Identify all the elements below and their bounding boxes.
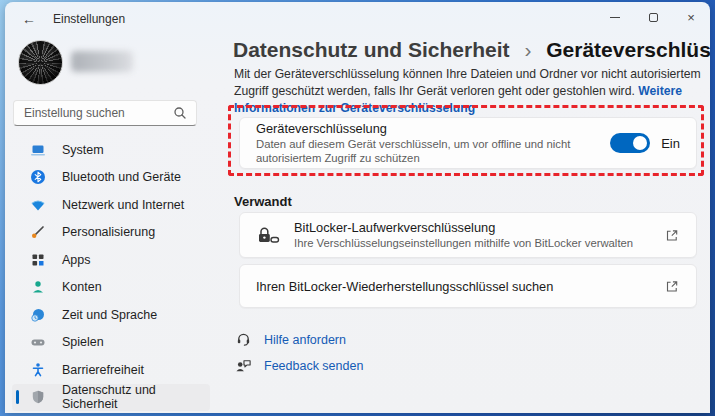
bitlocker-recovery-key-card[interactable]: Ihren BitLocker-Wiederherstellungsschlüs…	[239, 264, 697, 308]
breadcrumb-separator-icon: ›	[524, 38, 531, 61]
sidebar-item-time-language[interactable]: Zeit und Sprache	[12, 301, 210, 329]
sidebar-item-label: Barrierefreiheit	[62, 363, 144, 377]
sidebar-item-apps[interactable]: Apps	[12, 246, 210, 274]
sidebar-item-label: Konten	[62, 280, 102, 294]
minimize-icon	[610, 17, 620, 18]
bluetooth-icon	[30, 169, 46, 185]
breadcrumb-parent[interactable]: Datenschutz und Sicherheit	[233, 38, 510, 61]
send-feedback-row: Feedback senden	[235, 357, 363, 374]
sidebar-item-label: Apps	[62, 253, 91, 267]
page-title: Geräteverschlüsselung	[546, 38, 710, 61]
settings-search[interactable]	[13, 100, 197, 126]
window-title: Einstellungen	[53, 12, 125, 26]
device-encryption-card: Geräteverschlüsselung Daten auf diesem G…	[239, 117, 697, 169]
selected-indicator	[16, 390, 19, 404]
sidebar-item-label: Datenschutz und Sicherheit	[62, 383, 210, 411]
get-help-row: Hilfe anfordern	[235, 331, 363, 348]
search-icon	[172, 105, 188, 121]
sidebar-item-label: Personalisierung	[62, 225, 155, 239]
close-icon: ×	[687, 10, 695, 25]
sidebar: System Bluetooth und Geräte Netzwerk und…	[5, 36, 231, 413]
apps-grid-icon	[30, 252, 46, 268]
user-name-blurred	[71, 51, 133, 72]
sidebar-item-label: System	[62, 143, 104, 157]
sidebar-item-accounts[interactable]: Konten	[12, 274, 210, 302]
person-icon	[30, 279, 46, 295]
sidebar-item-network[interactable]: Netzwerk und Internet	[12, 191, 210, 219]
globe-clock-icon	[30, 307, 46, 323]
bitlocker-card-title: BitLocker-Laufwerkverschlüsselung	[294, 220, 652, 235]
sidebar-item-label: Spielen	[62, 335, 104, 349]
help-headset-icon	[235, 331, 252, 348]
shield-icon	[30, 389, 46, 405]
titlebar: ← Einstellungen ×	[5, 2, 710, 36]
main-content: Datenschutz und Sicherheit › Geräteversc…	[231, 36, 704, 413]
sidebar-item-label: Netzwerk und Internet	[62, 198, 184, 212]
brush-icon	[30, 224, 46, 240]
user-avatar[interactable]	[18, 40, 63, 85]
page-description: Mit der Geräteverschlüsselung können Ihr…	[234, 66, 707, 117]
sidebar-item-system[interactable]: System	[12, 136, 210, 164]
bitlocker-lock-icon	[256, 226, 280, 244]
external-link-icon	[664, 228, 680, 243]
sidebar-item-bluetooth[interactable]: Bluetooth und Geräte	[12, 164, 210, 192]
close-button[interactable]: ×	[672, 2, 710, 32]
search-input[interactable]	[24, 106, 172, 120]
sidebar-item-label: Zeit und Sprache	[62, 308, 157, 322]
sidebar-item-gaming[interactable]: Spielen	[12, 329, 210, 357]
bitlocker-card-subtitle: Ihre Verschlüsselungseinstellungen mithi…	[294, 237, 652, 251]
sidebar-item-privacy-security[interactable]: Datenschutz und Sicherheit	[12, 384, 210, 412]
send-feedback-link[interactable]: Feedback senden	[264, 359, 363, 373]
gamepad-icon	[30, 334, 46, 350]
window-controls: ×	[596, 2, 710, 36]
maximize-button[interactable]	[634, 2, 672, 32]
settings-window: ← Einstellungen × System	[5, 2, 710, 413]
accessibility-icon	[30, 362, 46, 378]
sidebar-item-personalization[interactable]: Personalisierung	[12, 219, 210, 247]
toggle-knob	[633, 136, 647, 150]
maximize-icon	[649, 13, 658, 22]
help-links: Hilfe anfordern Feedback senden	[235, 331, 363, 374]
breadcrumb: Datenschutz und Sicherheit › Geräteversc…	[233, 38, 710, 62]
back-arrow-icon: ←	[22, 11, 36, 27]
laptop-icon	[30, 142, 46, 158]
sidebar-item-accessibility[interactable]: Barrierefreiheit	[12, 356, 210, 384]
related-section-header: Verwandt	[234, 194, 292, 209]
bitlocker-drive-encryption-card[interactable]: BitLocker-Laufwerkverschlüsselung Ihre V…	[239, 212, 697, 258]
encryption-card-subtitle: Daten auf diesem Gerät verschlüsseln, um…	[256, 138, 610, 165]
sidebar-item-label: Bluetooth und Geräte	[62, 170, 181, 184]
feedback-icon	[235, 357, 252, 374]
back-button[interactable]: ←	[13, 6, 45, 32]
wifi-icon	[30, 197, 46, 213]
sidebar-nav: System Bluetooth und Geräte Netzwerk und…	[5, 136, 231, 411]
recovery-key-card-title: Ihren BitLocker-Wiederherstellungsschlüs…	[256, 279, 652, 294]
encryption-toggle[interactable]	[610, 133, 650, 153]
get-help-link[interactable]: Hilfe anfordern	[264, 333, 346, 347]
external-link-icon	[664, 279, 680, 294]
encryption-card-title: Geräteverschlüsselung	[256, 121, 610, 136]
minimize-button[interactable]	[596, 2, 634, 32]
description-text: Mit der Geräteverschlüsselung können Ihr…	[234, 67, 701, 98]
toggle-state-label: Ein	[661, 136, 680, 151]
